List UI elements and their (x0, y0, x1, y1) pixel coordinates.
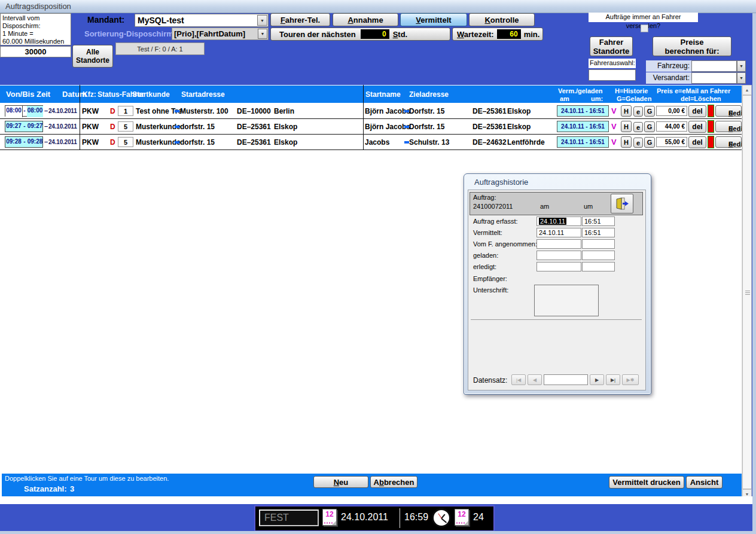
erfasst-am-field[interactable]: 24.10.11 (536, 216, 581, 226)
record-new-icon[interactable]: ▶✱ (622, 374, 639, 385)
record-number-field[interactable] (544, 374, 588, 385)
delete-button[interactable]: del (688, 121, 706, 133)
historie-button[interactable]: H (621, 121, 632, 132)
geladen-button[interactable]: G (644, 106, 655, 117)
start-ort-cell: Berlin (274, 107, 294, 115)
wartezeit-value-field[interactable]: 60 (497, 29, 521, 39)
historie-button[interactable]: H (621, 136, 632, 148)
window-title: Auftragsdisposition (5, 2, 71, 11)
erledigt-button[interactable]: Erledig (715, 121, 742, 132)
fahrer-standorte-button[interactable]: Fahrer Standorte (590, 36, 633, 56)
touren-value-field[interactable]: 0 (361, 29, 389, 39)
sortierung-select[interactable]: [Prio],[FahrtDatum] ▼ (172, 28, 269, 40)
neu-button[interactable]: Neu (313, 476, 368, 488)
tab-kontrolle[interactable]: Kontrolle (469, 13, 535, 26)
touren-panel: Touren der nächsten 0 Std. (270, 28, 450, 41)
fahrzeug-label: Fahrzeug: (646, 60, 691, 72)
test-counter-button[interactable]: Test / F: 0 / A: 1 (115, 42, 205, 55)
scroll-up-icon[interactable]: ▲ (742, 85, 752, 95)
versandart-dropdown-arrow-icon[interactable]: ▼ (737, 72, 746, 84)
tab-annahme[interactable]: Annahme (333, 13, 398, 26)
tab-fahrer-tel[interactable]: Fahrer-Tel. (270, 13, 330, 26)
status-cell: D (110, 123, 115, 131)
mandant-select[interactable]: MySQL-test ▼ (135, 14, 269, 27)
separator-dash-icon (404, 126, 409, 128)
header-zieladresse: Zieladresse (409, 90, 449, 99)
vermittelt-am-cell: 24.10.11 - 16:51 (557, 136, 609, 148)
exit-door-icon (615, 197, 629, 210)
fahrzeug-dropdown-arrow-icon[interactable]: ▼ (737, 60, 746, 72)
calendar-icon[interactable]: 12 (455, 509, 469, 526)
fahrer-cell[interactable]: 5 (118, 137, 133, 147)
email-button[interactable]: e (633, 138, 643, 148)
alle-standorte-button[interactable]: Alle Standorte (72, 45, 113, 68)
record-prev-icon[interactable]: ◀ (528, 374, 542, 385)
mandant-label: Mandant: (87, 15, 124, 25)
vermittelt-am-field[interactable]: 24.10.11 (536, 228, 581, 237)
start-ort-cell: Elskop (274, 123, 297, 131)
close-dialog-button[interactable] (611, 194, 633, 213)
unterschrift-label: Unterschrift: (473, 286, 508, 294)
geladen-um-field[interactable] (582, 251, 615, 260)
table-row[interactable]: 09:27 - 09:27 – 24.10.2011 PKW D 5 Muste… (0, 119, 742, 135)
startadresse-cell: dorfstr. 15 (180, 123, 215, 131)
versandart-select[interactable] (691, 72, 737, 84)
separator-dash-icon (175, 110, 179, 112)
fahrzeug-select[interactable] (691, 60, 737, 72)
email-button[interactable]: e (633, 106, 643, 117)
fest-field[interactable]: FEST (259, 509, 319, 526)
ziel-plz-cell: DE–25361 (472, 123, 507, 131)
startname-cell: Björn Jacobs (365, 123, 410, 131)
geladen-button[interactable]: G (644, 137, 655, 148)
erfasst-um-field[interactable]: 16:51 (582, 216, 615, 226)
tab-vermittelt[interactable]: Vermittelt (400, 13, 467, 26)
record-first-icon[interactable]: |◀ (511, 374, 526, 385)
fahrer-cell[interactable]: 5 (118, 121, 133, 132)
time-range-cell[interactable]: 09:27 - 09:27 (5, 121, 43, 132)
record-next-icon[interactable]: ▶ (590, 374, 604, 385)
delete-button[interactable]: del (688, 136, 706, 148)
auftrag-label: Auftrag: (473, 194, 496, 201)
geladen-am-field[interactable] (536, 251, 581, 260)
start-ort-cell: Elskop (274, 138, 297, 147)
geladen-button[interactable]: G (644, 121, 655, 132)
historie-button[interactable]: H (621, 105, 632, 117)
interval-value-field[interactable]: 30000 (0, 46, 71, 57)
record-last-icon[interactable]: ▶| (606, 374, 620, 385)
mandant-value: MySQL-test (138, 16, 184, 25)
fahrer-cell[interactable]: 1 (118, 106, 133, 116)
time-range-cell[interactable]: 09:28 - 09:28 (5, 136, 43, 148)
col-um-label: um (584, 203, 593, 210)
erledigt-am-field[interactable] (536, 262, 581, 271)
table-row[interactable]: 09:28 - 09:28 – 24.10.2011 PKW D 5 Muste… (0, 135, 742, 150)
versandart-label: Versandart: (646, 72, 691, 84)
satzanzahl-label: Satzanzahl: (24, 484, 67, 493)
erledigt-um-field[interactable] (582, 262, 615, 271)
preise-berechnen-button[interactable]: Preise berechnen für: (653, 36, 731, 56)
column-separator (363, 85, 364, 150)
separator-dash-icon (175, 126, 179, 128)
vertical-scrollbar[interactable]: ▲ ▼ (742, 85, 752, 499)
delete-button[interactable]: del (688, 105, 706, 117)
angenommen-am-field[interactable] (536, 239, 581, 249)
col-am-label: am (540, 203, 549, 210)
time-range-cell[interactable]: 08:00 - 08:00 (5, 105, 43, 117)
abbrechen-button[interactable]: Abbrechen (370, 476, 417, 488)
calendar-icon[interactable]: 12 (322, 509, 337, 526)
separator-dash-icon (404, 141, 409, 144)
scrollbar-thumb[interactable] (742, 95, 752, 489)
angenommen-um-field[interactable] (582, 239, 615, 249)
vermittelt-drucken-button[interactable]: Vermittelt drucken (609, 476, 684, 489)
sortierung-dropdown-arrow-icon[interactable]: ▼ (258, 29, 267, 39)
vermittelt-um-field[interactable]: 16:51 (582, 228, 615, 237)
window-titlebar: Auftragsdisposition (0, 0, 756, 13)
erledigt-button[interactable]: Erledig (715, 136, 742, 148)
mandant-dropdown-arrow-icon[interactable]: ▼ (257, 15, 267, 26)
versand-checkbox[interactable] (641, 25, 648, 32)
header-del-loeschen: del=Löschen (681, 95, 721, 102)
email-button[interactable]: e (633, 122, 643, 132)
table-row[interactable]: 08:00 - 08:00 – 24.10.2011 PKW D 1 Test … (0, 103, 742, 119)
fahrerauswahl-field[interactable] (589, 69, 636, 81)
ansicht-button[interactable]: Ansicht (686, 476, 723, 489)
erledigt-button[interactable]: Erledig (715, 105, 742, 117)
